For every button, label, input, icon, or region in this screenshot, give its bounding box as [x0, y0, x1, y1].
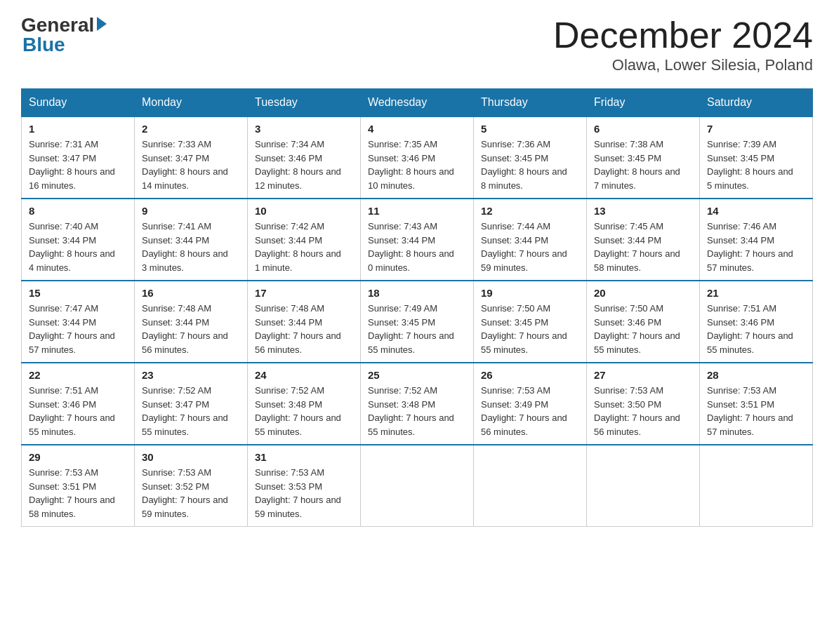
calendar-day-18: 18Sunrise: 7:49 AMSunset: 3:45 PMDayligh… — [361, 281, 474, 363]
day-header-thursday: Thursday — [474, 89, 587, 117]
page-subtitle: Olawa, Lower Silesia, Poland — [553, 56, 813, 74]
day-info: Sunrise: 7:41 AMSunset: 3:44 PMDaylight:… — [142, 220, 240, 274]
calendar-day-13: 13Sunrise: 7:45 AMSunset: 3:44 PMDayligh… — [587, 199, 700, 281]
day-info: Sunrise: 7:51 AMSunset: 3:46 PMDaylight:… — [707, 302, 805, 356]
logo-triangle-icon — [97, 17, 107, 31]
calendar-day-25: 25Sunrise: 7:52 AMSunset: 3:48 PMDayligh… — [361, 363, 474, 445]
day-info: Sunrise: 7:49 AMSunset: 3:45 PMDaylight:… — [368, 302, 466, 356]
day-info: Sunrise: 7:44 AMSunset: 3:44 PMDaylight:… — [481, 220, 579, 274]
day-info: Sunrise: 7:53 AMSunset: 3:50 PMDaylight:… — [594, 384, 692, 438]
calendar-day-19: 19Sunrise: 7:50 AMSunset: 3:45 PMDayligh… — [474, 281, 587, 363]
day-info: Sunrise: 7:50 AMSunset: 3:45 PMDaylight:… — [481, 302, 579, 356]
calendar-day-26: 26Sunrise: 7:53 AMSunset: 3:49 PMDayligh… — [474, 363, 587, 445]
calendar-day-28: 28Sunrise: 7:53 AMSunset: 3:51 PMDayligh… — [700, 363, 813, 445]
day-number: 24 — [255, 369, 353, 381]
day-info: Sunrise: 7:52 AMSunset: 3:48 PMDaylight:… — [255, 384, 353, 438]
title-block: December 2024 Olawa, Lower Silesia, Pola… — [553, 14, 813, 74]
day-info: Sunrise: 7:48 AMSunset: 3:44 PMDaylight:… — [142, 302, 240, 356]
calendar-day-31: 31Sunrise: 7:53 AMSunset: 3:53 PMDayligh… — [248, 445, 361, 527]
day-number: 13 — [594, 205, 692, 217]
day-number: 6 — [594, 123, 692, 135]
day-info: Sunrise: 7:47 AMSunset: 3:44 PMDaylight:… — [29, 302, 127, 356]
calendar-empty-cell — [361, 445, 474, 527]
day-info: Sunrise: 7:43 AMSunset: 3:44 PMDaylight:… — [368, 220, 466, 274]
page-header: General Blue December 2024 Olawa, Lower … — [21, 14, 813, 74]
calendar-empty-cell — [587, 445, 700, 527]
day-info: Sunrise: 7:53 AMSunset: 3:52 PMDaylight:… — [142, 466, 240, 521]
calendar-day-24: 24Sunrise: 7:52 AMSunset: 3:48 PMDayligh… — [248, 363, 361, 445]
calendar-week-2: 8Sunrise: 7:40 AMSunset: 3:44 PMDaylight… — [22, 199, 813, 281]
calendar-day-10: 10Sunrise: 7:42 AMSunset: 3:44 PMDayligh… — [248, 199, 361, 281]
calendar-header-row: SundayMondayTuesdayWednesdayThursdayFrid… — [22, 89, 813, 117]
day-number: 16 — [142, 287, 240, 299]
day-number: 19 — [481, 287, 579, 299]
calendar-day-8: 8Sunrise: 7:40 AMSunset: 3:44 PMDaylight… — [22, 199, 135, 281]
day-number: 26 — [481, 369, 579, 381]
day-info: Sunrise: 7:53 AMSunset: 3:49 PMDaylight:… — [481, 384, 579, 438]
day-number: 18 — [368, 287, 466, 299]
day-info: Sunrise: 7:50 AMSunset: 3:46 PMDaylight:… — [594, 302, 692, 356]
day-info: Sunrise: 7:35 AMSunset: 3:46 PMDaylight:… — [368, 137, 466, 192]
calendar-day-11: 11Sunrise: 7:43 AMSunset: 3:44 PMDayligh… — [361, 199, 474, 281]
day-header-sunday: Sunday — [22, 89, 135, 117]
day-number: 8 — [29, 205, 127, 217]
day-info: Sunrise: 7:52 AMSunset: 3:47 PMDaylight:… — [142, 384, 240, 438]
calendar-day-1: 1Sunrise: 7:31 AMSunset: 3:47 PMDaylight… — [22, 116, 135, 199]
day-info: Sunrise: 7:51 AMSunset: 3:46 PMDaylight:… — [29, 384, 127, 438]
calendar-day-21: 21Sunrise: 7:51 AMSunset: 3:46 PMDayligh… — [700, 281, 813, 363]
day-number: 15 — [29, 287, 127, 299]
day-number: 10 — [255, 205, 353, 217]
calendar-week-5: 29Sunrise: 7:53 AMSunset: 3:51 PMDayligh… — [22, 445, 813, 527]
day-number: 31 — [255, 451, 353, 463]
calendar-day-16: 16Sunrise: 7:48 AMSunset: 3:44 PMDayligh… — [135, 281, 248, 363]
day-info: Sunrise: 7:39 AMSunset: 3:45 PMDaylight:… — [707, 137, 805, 192]
calendar-day-15: 15Sunrise: 7:47 AMSunset: 3:44 PMDayligh… — [22, 281, 135, 363]
calendar-day-20: 20Sunrise: 7:50 AMSunset: 3:46 PMDayligh… — [587, 281, 700, 363]
calendar-empty-cell — [474, 445, 587, 527]
calendar-day-2: 2Sunrise: 7:33 AMSunset: 3:47 PMDaylight… — [135, 116, 248, 199]
calendar-day-6: 6Sunrise: 7:38 AMSunset: 3:45 PMDaylight… — [587, 116, 700, 199]
day-number: 3 — [255, 123, 353, 135]
calendar-day-30: 30Sunrise: 7:53 AMSunset: 3:52 PMDayligh… — [135, 445, 248, 527]
day-number: 29 — [29, 451, 127, 463]
day-number: 22 — [29, 369, 127, 381]
day-info: Sunrise: 7:36 AMSunset: 3:45 PMDaylight:… — [481, 137, 579, 192]
calendar-week-1: 1Sunrise: 7:31 AMSunset: 3:47 PMDaylight… — [22, 116, 813, 199]
day-info: Sunrise: 7:53 AMSunset: 3:51 PMDaylight:… — [29, 466, 127, 521]
calendar-day-17: 17Sunrise: 7:48 AMSunset: 3:44 PMDayligh… — [248, 281, 361, 363]
day-number: 27 — [594, 369, 692, 381]
calendar-day-9: 9Sunrise: 7:41 AMSunset: 3:44 PMDaylight… — [135, 199, 248, 281]
calendar-day-12: 12Sunrise: 7:44 AMSunset: 3:44 PMDayligh… — [474, 199, 587, 281]
day-info: Sunrise: 7:53 AMSunset: 3:53 PMDaylight:… — [255, 466, 353, 521]
logo: General Blue — [21, 14, 107, 56]
day-info: Sunrise: 7:42 AMSunset: 3:44 PMDaylight:… — [255, 220, 353, 274]
day-number: 4 — [368, 123, 466, 135]
day-header-friday: Friday — [587, 89, 700, 117]
day-number: 21 — [707, 287, 805, 299]
calendar-week-3: 15Sunrise: 7:47 AMSunset: 3:44 PMDayligh… — [22, 281, 813, 363]
calendar-empty-cell — [700, 445, 813, 527]
day-number: 28 — [707, 369, 805, 381]
day-number: 9 — [142, 205, 240, 217]
day-header-wednesday: Wednesday — [361, 89, 474, 117]
calendar-week-4: 22Sunrise: 7:51 AMSunset: 3:46 PMDayligh… — [22, 363, 813, 445]
day-number: 1 — [29, 123, 127, 135]
day-number: 17 — [255, 287, 353, 299]
day-info: Sunrise: 7:53 AMSunset: 3:51 PMDaylight:… — [707, 384, 805, 438]
day-number: 20 — [594, 287, 692, 299]
day-info: Sunrise: 7:52 AMSunset: 3:48 PMDaylight:… — [368, 384, 466, 438]
day-info: Sunrise: 7:34 AMSunset: 3:46 PMDaylight:… — [255, 137, 353, 192]
calendar-day-23: 23Sunrise: 7:52 AMSunset: 3:47 PMDayligh… — [135, 363, 248, 445]
day-info: Sunrise: 7:48 AMSunset: 3:44 PMDaylight:… — [255, 302, 353, 356]
calendar-day-3: 3Sunrise: 7:34 AMSunset: 3:46 PMDaylight… — [248, 116, 361, 199]
calendar-day-7: 7Sunrise: 7:39 AMSunset: 3:45 PMDaylight… — [700, 116, 813, 199]
calendar-day-29: 29Sunrise: 7:53 AMSunset: 3:51 PMDayligh… — [22, 445, 135, 527]
page-title: December 2024 — [553, 14, 813, 56]
day-number: 23 — [142, 369, 240, 381]
day-info: Sunrise: 7:45 AMSunset: 3:44 PMDaylight:… — [594, 220, 692, 274]
logo-blue-text: Blue — [22, 34, 65, 56]
day-number: 12 — [481, 205, 579, 217]
day-number: 5 — [481, 123, 579, 135]
calendar-table: SundayMondayTuesdayWednesdayThursdayFrid… — [21, 88, 813, 527]
calendar-day-14: 14Sunrise: 7:46 AMSunset: 3:44 PMDayligh… — [700, 199, 813, 281]
